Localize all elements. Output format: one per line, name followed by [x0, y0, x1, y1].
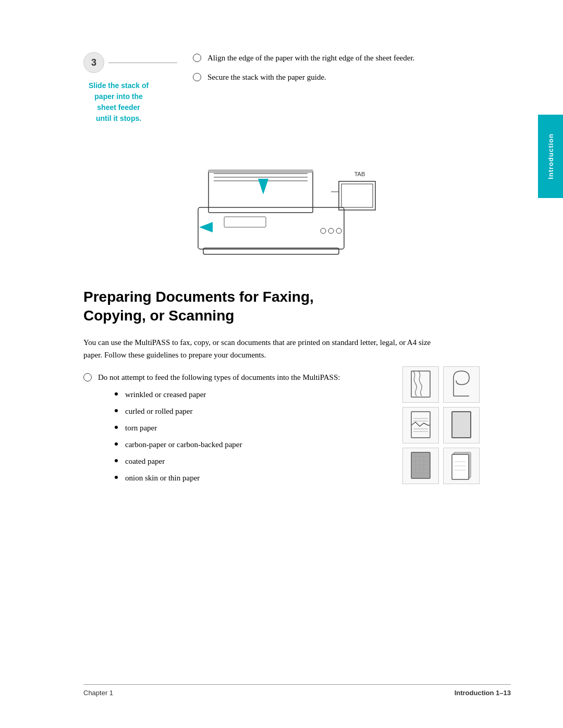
instruction-text-2: Secure the stack with the paper guide.: [207, 71, 326, 83]
list-item-text-6: onion skin or thin paper: [125, 472, 200, 484]
instruction-text-1: Align the edge of the paper with the rig…: [207, 52, 414, 64]
circle-bullet-main: [83, 373, 92, 381]
svg-marker-6: [258, 179, 268, 194]
svg-rect-5: [209, 170, 313, 172]
circle-bullet-2: [193, 73, 201, 81]
section-heading: Preparing Documents for Faxing, Copying,…: [83, 288, 511, 326]
doc-img-torn: [402, 407, 439, 443]
bullet-section: Do not attempt to feed the following typ…: [83, 372, 511, 485]
dot-bullet-6: [115, 476, 118, 479]
list-item-text-4: carbon-paper or carbon-backed paper: [125, 438, 242, 451]
list-item-text-5: coated paper: [125, 455, 165, 467]
dot-bullet-2: [115, 409, 118, 412]
svg-point-13: [336, 228, 341, 233]
svg-rect-7: [339, 181, 375, 210]
step-number-area: 3 Slide the stack ofpaper into thesheet …: [83, 52, 177, 124]
list-item-text-3: torn paper: [125, 422, 157, 434]
svg-rect-23: [452, 412, 471, 438]
heading-line1: Preparing Documents for Faxing,: [83, 289, 314, 305]
doc-img-wrinkled: [402, 366, 439, 403]
dot-bullet-1: [115, 392, 118, 396]
svg-rect-8: [341, 184, 373, 207]
svg-point-11: [321, 228, 326, 233]
footer: Chapter 1 Introduction 1–13: [83, 684, 511, 697]
circle-item-text: Do not attempt to feed the following typ…: [98, 372, 340, 384]
step3-section: 3 Slide the stack ofpaper into thesheet …: [83, 52, 511, 124]
step-line: [108, 63, 177, 63]
svg-rect-25: [411, 452, 430, 478]
circle-bullet-1: [193, 54, 201, 62]
svg-point-12: [328, 228, 334, 233]
instruction-item-2: Secure the stack with the paper guide.: [193, 71, 511, 83]
svg-text:TAB: TAB: [354, 171, 365, 177]
dot-bullet-5: [115, 459, 118, 462]
doc-img-coated: [402, 448, 439, 484]
list-item-text-2: curled or rolled paper: [125, 405, 193, 417]
dot-bullet-3: [115, 426, 118, 429]
step-circle-row: 3: [83, 52, 177, 73]
step-instructions: Align the edge of the paper with the rig…: [177, 52, 511, 90]
side-tab-label: Introduction: [547, 133, 555, 179]
svg-rect-15: [224, 217, 266, 227]
doc-img-carbon: [443, 407, 480, 443]
svg-marker-14: [199, 222, 213, 232]
instruction-item-1: Align the edge of the paper with the rig…: [193, 52, 511, 64]
list-item-text-1: wrinkled or creased paper: [125, 388, 206, 401]
svg-rect-36: [452, 454, 469, 479]
intro-paragraph: You can use the MultiPASS to fax, copy, …: [83, 336, 438, 361]
footer-page: Introduction 1–13: [455, 689, 511, 697]
side-tab: Introduction: [538, 115, 563, 198]
footer-chapter: Chapter 1: [83, 689, 113, 697]
doc-img-thin: [443, 448, 480, 484]
step-number: 3: [83, 52, 104, 73]
diagram-container: TAB: [177, 140, 511, 267]
doc-img-curled: [443, 366, 480, 403]
heading-line2: Copying, or Scanning: [83, 307, 234, 324]
dot-bullet-4: [115, 442, 118, 446]
doc-type-images: [402, 366, 480, 484]
fax-diagram: TAB: [177, 140, 396, 265]
step-caption: Slide the stack ofpaper into thesheet fe…: [83, 80, 149, 124]
page: Introduction 3 Slide the stack ofpaper i…: [0, 0, 563, 728]
